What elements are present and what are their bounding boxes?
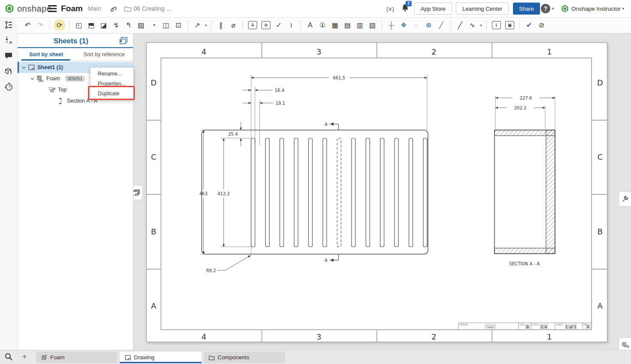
bottom-tab-bar: + FoamDrawingComponents <box>0 350 631 364</box>
tab-drawing[interactable]: Drawing <box>120 352 201 363</box>
insert-image-icon[interactable]: ▣ <box>505 21 514 29</box>
chevron-down-icon[interactable] <box>30 76 35 81</box>
update-views-icon[interactable]: ⟳ <box>54 19 65 31</box>
section-line-icon[interactable]: ↯ <box>110 19 122 32</box>
menu-item-properties[interactable]: Properties... <box>91 79 133 88</box>
tab-sort-by-reference[interactable]: Sort by reference <box>75 48 133 61</box>
comment-icon[interactable] <box>0 48 17 64</box>
export-dxf-icon[interactable]: ⇓ <box>492 21 501 29</box>
section-marker-top: A <box>325 122 328 127</box>
part-studio-icon <box>41 355 47 361</box>
auxiliary-view-icon[interactable]: ◪ <box>97 19 110 32</box>
notification-count-badge: 7 <box>406 1 412 6</box>
dimension-dropdown-icon[interactable]: ▾ <box>203 23 208 27</box>
table-image-icon[interactable]: ▧ <box>366 19 379 32</box>
crop-view-icon[interactable]: ⊡ <box>172 19 185 32</box>
release-tasks-icon[interactable] <box>0 17 17 33</box>
sketch-spline-dropdown-icon[interactable]: ▾ <box>479 23 483 27</box>
share-button[interactable]: Share <box>513 3 540 15</box>
document-tabs: FoamDrawingComponents <box>36 352 285 363</box>
onshape-logo-icon[interactable] <box>4 0 15 17</box>
undo-icon[interactable]: ↶ <box>21 19 34 32</box>
featurescript-icon[interactable]: {∨} <box>386 0 394 17</box>
text-icon[interactable]: A <box>304 19 316 32</box>
add-sheet-icon[interactable] <box>119 37 128 46</box>
insert-view-icon[interactable]: ◰ <box>73 19 85 32</box>
performance-icon[interactable] <box>0 79 17 94</box>
notification-bell-icon[interactable]: 7 <box>401 0 410 17</box>
svg-text:B: B <box>598 227 603 236</box>
tree-row-sheet1-label: Sheet1 (1) <box>37 64 63 70</box>
link-icon[interactable] <box>109 0 117 17</box>
user-menu[interactable]: Onshape Instructor ▾ <box>571 0 624 17</box>
svg-text:DRAWN: DRAWN <box>460 323 468 326</box>
sketch-line-icon[interactable]: ╱ <box>454 19 466 32</box>
aligned-section-icon[interactable]: ↰ <box>122 19 135 32</box>
hamburger-menu-icon[interactable] <box>48 0 57 17</box>
chevron-down-icon[interactable] <box>21 65 26 70</box>
toolbar-separator <box>519 21 520 30</box>
hole-table-icon[interactable]: ▥ <box>354 19 366 32</box>
menu-item-rename[interactable]: Rename... <box>91 69 133 79</box>
help-part-icon[interactable]: ? <box>0 64 17 79</box>
sketch-spline-icon[interactable]: ∿ <box>466 19 479 32</box>
toolbar-separator <box>188 21 188 30</box>
help-icon[interactable]: ? <box>541 4 550 13</box>
check-drawing-off-icon[interactable]: ⊘ <box>535 19 548 32</box>
insert-version-icon[interactable] <box>0 33 17 48</box>
drawing-canvas[interactable]: 4 3 2 1 4 3 2 1 D C B A D C B A A A <box>133 33 631 350</box>
menu-item-duplicate[interactable]: Duplicate <box>91 88 133 98</box>
broken-out-section-icon[interactable]: ▨ <box>135 19 147 32</box>
surface-finish-icon[interactable]: ✓ <box>273 19 285 32</box>
ordinate-dimension-icon[interactable]: ∥ <box>215 19 227 32</box>
center-mark-pattern-icon[interactable]: ❖ <box>397 19 410 32</box>
geometric-tolerance-icon[interactable]: ⊕ <box>261 21 270 29</box>
folder-icon <box>209 355 215 360</box>
svg-text:SCALE: SCALE <box>532 323 539 326</box>
center-mark-icon[interactable]: ⊕ <box>422 19 435 32</box>
search-tabs-icon[interactable] <box>4 352 13 363</box>
detail-view-icon[interactable]: ◔ <box>147 19 160 32</box>
table-icon[interactable]: ▦ <box>329 19 341 32</box>
center-mark-circular-icon[interactable]: ◌ <box>410 19 422 32</box>
callout-balloon-icon[interactable]: ① <box>316 19 329 32</box>
part-icon <box>37 76 44 82</box>
view-settings-wrench-icon[interactable] <box>619 191 631 206</box>
project-folder-name[interactable]: 06 Creating ... <box>133 0 171 17</box>
bom-table-icon[interactable]: ▤ <box>341 19 354 32</box>
svg-text:16.4: 16.4 <box>275 88 284 93</box>
drawing-sheet[interactable]: 4 3 2 1 4 3 2 1 D C B A D C B A A A <box>146 42 607 342</box>
diameter-dimension-icon[interactable]: ⌀ <box>227 19 240 32</box>
tab-foam-label: Foam <box>50 354 64 361</box>
centerline-icon[interactable]: ┼ <box>385 19 397 32</box>
svg-text:1: 1 <box>547 47 552 56</box>
app-store-button[interactable]: App Store <box>414 3 452 15</box>
onshape-account-logo-icon <box>561 0 569 17</box>
svg-text:3: 3 <box>316 47 321 56</box>
version-badge: 309251 <box>65 76 85 82</box>
dimension-icon[interactable]: ↗ <box>191 19 203 32</box>
drawing-toolbar: ↶↷⟳◰⬒◪↯↰▨◔◫⊡↗▾∥⌀A⊕✓≀A①▦▤▥▧┼❖◌⊕╱╱∿▾⇓▣✔⊘ <box>17 17 631 33</box>
tab-sort-by-sheet[interactable]: Sort by sheet <box>17 48 75 61</box>
svg-text:C: C <box>598 152 603 161</box>
weld-symbol-icon[interactable]: ≀ <box>285 19 297 32</box>
tab-components[interactable]: Components <box>203 352 285 363</box>
context-menu: Rename...Properties...Duplicate <box>90 67 133 100</box>
note-icon[interactable]: A <box>248 21 257 29</box>
workspace-label[interactable]: Main <box>88 0 101 17</box>
logo-wordmark: onshape <box>17 0 52 17</box>
svg-text:SIZE: SIZE <box>519 323 524 326</box>
centerline-two-point-icon[interactable]: ╱ <box>435 19 447 32</box>
active-tab-underline <box>120 362 201 363</box>
break-view-icon[interactable]: ◫ <box>160 19 172 32</box>
tab-foam[interactable]: Foam <box>36 352 118 363</box>
view-layout-icon[interactable]: ⬒ <box>85 19 97 32</box>
learning-center-button[interactable]: Learning Center <box>456 3 509 15</box>
toolbar-separator <box>382 21 382 30</box>
help-menu[interactable]: ? ▾ <box>541 0 554 17</box>
svg-text:227.6: 227.6 <box>520 96 532 100</box>
document-title: Foam <box>61 0 83 17</box>
redo-icon[interactable]: ↷ <box>34 19 46 32</box>
new-tab-button[interactable]: + <box>19 351 30 362</box>
check-drawing-icon[interactable]: ✔ <box>523 19 535 32</box>
